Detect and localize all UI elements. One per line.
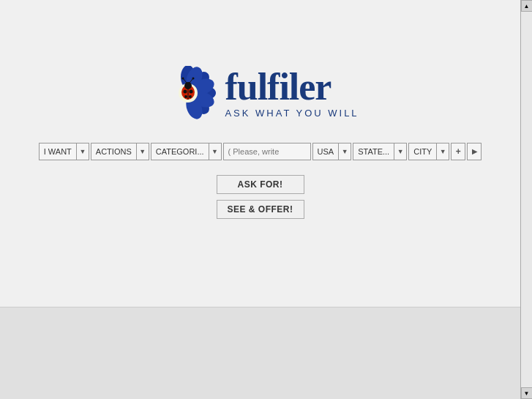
svg-point-18 <box>182 78 184 80</box>
svg-point-19 <box>192 78 195 80</box>
categories-dropdown-group: CATEGORI... ▼ <box>151 143 222 160</box>
state-dropdown[interactable]: STATE... <box>353 143 394 160</box>
scroll-track <box>521 12 532 387</box>
actions-arrow-icon[interactable]: ▼ <box>136 143 149 160</box>
i-want-arrow-icon[interactable]: ▼ <box>76 143 89 160</box>
state-arrow-icon[interactable]: ▼ <box>394 143 407 160</box>
country-dropdown[interactable]: USA <box>312 143 339 160</box>
scrollbar: ▲ ▼ <box>520 0 532 399</box>
svg-point-12 <box>190 90 193 94</box>
ask-for-button[interactable]: ASK FOR! <box>217 175 304 194</box>
city-arrow-icon[interactable]: ▼ <box>436 143 449 160</box>
country-arrow-icon[interactable]: ▼ <box>338 143 351 160</box>
brand-name: fulfiler <box>225 68 359 106</box>
add-button[interactable]: + <box>451 143 465 160</box>
actions-dropdown-group: ACTIONS ▼ <box>91 143 149 160</box>
svg-point-13 <box>184 95 187 98</box>
next-button[interactable]: ▶ <box>467 143 482 160</box>
svg-point-14 <box>189 95 192 98</box>
city-dropdown-group: CITY ▼ <box>408 143 449 160</box>
country-dropdown-group: USA ▼ <box>312 143 352 160</box>
main-content: fulfiler ASK WHAT YOU WILL I WANT ▼ ACTI… <box>0 0 520 307</box>
scroll-up-button[interactable]: ▲ <box>521 0 533 12</box>
see-offer-button[interactable]: SEE & OFFER! <box>217 200 304 219</box>
logo-container: fulfiler ASK WHAT YOU WILL <box>161 66 359 121</box>
actions-dropdown[interactable]: ACTIONS <box>91 143 136 160</box>
controls-row: I WANT ▼ ACTIONS ▼ CATEGORI... ▼ USA <box>39 143 482 160</box>
state-dropdown-group: STATE... ▼ <box>353 143 407 160</box>
bottom-area <box>0 307 520 399</box>
brand-tagline: ASK WHAT YOU WILL <box>225 108 359 119</box>
search-input[interactable] <box>223 143 311 160</box>
categories-dropdown[interactable]: CATEGORI... <box>151 143 209 160</box>
i-want-dropdown-group: I WANT ▼ <box>39 143 89 160</box>
i-want-dropdown[interactable]: I WANT <box>39 143 76 160</box>
action-buttons: ASK FOR! SEE & OFFER! <box>217 175 304 219</box>
scroll-down-button[interactable]: ▼ <box>521 387 533 399</box>
brand-text: fulfiler ASK WHAT YOU WILL <box>225 68 359 119</box>
categories-arrow-icon[interactable]: ▼ <box>209 143 222 160</box>
flower-logo-icon <box>161 66 216 121</box>
svg-point-11 <box>184 90 187 94</box>
city-dropdown[interactable]: CITY <box>408 143 436 160</box>
